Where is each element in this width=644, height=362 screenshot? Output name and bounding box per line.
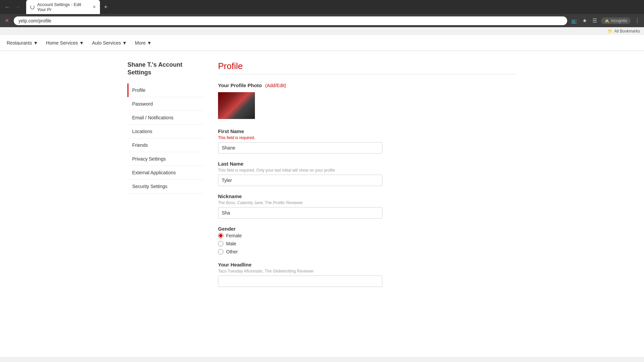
nav-home-services[interactable]: Home Services ▼	[46, 36, 84, 50]
all-bookmarks-link[interactable]: 📁 All Bookmarks	[608, 29, 640, 34]
profile-photo-add-edit-link[interactable]: (Add/Edit)	[265, 83, 286, 88]
sidebar-nav: Profile Password Email / Notifications L…	[127, 83, 205, 193]
sidebar-link-privacy-settings[interactable]: Privacy Settings	[127, 152, 205, 166]
headline-label: Your Headline	[218, 262, 517, 267]
gender-female-label: Female	[226, 233, 242, 238]
headline-group: Your Headline Taco Tuesday Aficionado, T…	[218, 262, 517, 287]
gender-male-radio[interactable]	[218, 241, 223, 246]
gender-label: Gender	[218, 226, 517, 232]
main-content: Profile Your Profile Photo (Add/Edit) Fi…	[218, 61, 517, 294]
last-name-label: Last Name	[218, 161, 517, 167]
menu-button[interactable]: ⋮	[633, 16, 641, 25]
nav-more-dropdown-icon: ▼	[147, 40, 152, 46]
first-name-input[interactable]	[218, 142, 382, 154]
gender-group: Gender Female Male Other	[218, 226, 517, 254]
first-name-group: First Name This field is required.	[218, 128, 517, 154]
site-navigation: Restaurants ▼ Home Services ▼ Auto Servi…	[0, 35, 644, 51]
bookmarks-bar: 📁 All Bookmarks	[0, 27, 644, 35]
page-content: Restaurants ▼ Home Services ▼ Auto Servi…	[0, 35, 644, 357]
bookmark-star-icon[interactable]: ★	[581, 16, 588, 25]
back-button[interactable]: ←	[3, 3, 12, 11]
first-name-hint: This field is required.	[218, 135, 517, 140]
main-layout: Shane T.'s Account Settings Profile Pass…	[121, 51, 523, 304]
tab-title: Account Settings - Edit Your Pr	[37, 2, 89, 12]
first-name-label: First Name	[218, 128, 517, 134]
reload-button[interactable]: ✕	[3, 16, 11, 25]
sidebar-item-locations[interactable]: Locations	[127, 125, 205, 138]
sidebar-title: Shane T.'s Account Settings	[127, 61, 205, 77]
nav-restaurants[interactable]: Restaurants ▼	[7, 36, 38, 50]
profile-photo-image	[218, 92, 255, 119]
gender-female-radio[interactable]	[218, 233, 223, 238]
sidebar-link-friends[interactable]: Friends	[127, 138, 205, 152]
gender-male-label: Male	[226, 241, 236, 246]
gender-other-option[interactable]: Other	[218, 249, 517, 254]
gender-male-option[interactable]: Male	[218, 241, 517, 246]
active-tab[interactable]: Account Settings - Edit Your Pr ✕	[26, 0, 100, 14]
sidebar-link-email-notifications[interactable]: Email / Notifications	[127, 111, 205, 124]
browser-chrome: ← → Account Settings - Edit Your Pr ✕ + …	[0, 0, 644, 35]
sidebar-link-profile[interactable]: Profile	[128, 83, 205, 97]
incognito-icon: 🕵	[604, 18, 609, 23]
sidebar-link-external-applications[interactable]: External Applications	[127, 166, 205, 179]
gender-radio-group: Female Male Other	[218, 233, 517, 254]
nickname-input[interactable]	[218, 207, 382, 219]
sidebar-item-email-notifications[interactable]: Email / Notifications	[127, 111, 205, 125]
incognito-badge[interactable]: 🕵 Incognito	[601, 17, 631, 24]
nickname-group: Nickname The Boss, Calamity Jane, The Pr…	[218, 193, 517, 219]
tab-bar: ← → Account Settings - Edit Your Pr ✕ +	[0, 0, 644, 14]
gender-other-radio[interactable]	[218, 249, 223, 254]
tab-favicon	[30, 5, 35, 9]
new-tab-button[interactable]: +	[101, 2, 110, 12]
all-bookmarks-label: All Bookmarks	[614, 29, 640, 34]
sidebar-item-friends[interactable]: Friends	[127, 138, 205, 152]
last-name-hint: This field is required. Only your last i…	[218, 168, 517, 173]
incognito-label: Incognito	[611, 18, 627, 23]
split-view-icon[interactable]: ☰	[591, 16, 598, 25]
tab-close-button[interactable]: ✕	[93, 5, 96, 9]
browser-toolbar: ✕ 📺 ★ ☰ 🕵 Incognito ⋮	[0, 14, 644, 27]
headline-hint: Taco Tuesday Aficionado, The Globetrotti…	[218, 269, 517, 274]
headline-input[interactable]	[218, 276, 382, 287]
gender-other-label: Other	[226, 249, 238, 254]
nickname-label: Nickname	[218, 193, 517, 199]
sidebar-link-password[interactable]: Password	[127, 97, 205, 111]
sidebar: Shane T.'s Account Settings Profile Pass…	[127, 61, 205, 294]
nav-auto-services-dropdown-icon: ▼	[122, 40, 127, 46]
nav-home-services-dropdown-icon: ▼	[79, 40, 84, 46]
sidebar-item-external-applications[interactable]: External Applications	[127, 166, 205, 180]
profile-photo-section: Your Profile Photo (Add/Edit)	[218, 82, 517, 119]
nav-restaurants-dropdown-icon: ▼	[33, 40, 38, 46]
gender-female-option[interactable]: Female	[218, 233, 517, 238]
address-bar[interactable]	[14, 16, 567, 25]
profile-section-title: Profile	[218, 61, 517, 74]
profile-photo-label: Your Profile Photo (Add/Edit)	[218, 82, 517, 88]
last-name-input[interactable]	[218, 175, 382, 186]
sidebar-item-privacy-settings[interactable]: Privacy Settings	[127, 152, 205, 166]
sidebar-link-locations[interactable]: Locations	[127, 125, 205, 138]
sidebar-item-profile[interactable]: Profile	[127, 83, 205, 97]
last-name-group: Last Name This field is required. Only y…	[218, 161, 517, 186]
forward-button[interactable]: →	[13, 3, 22, 11]
cast-icon[interactable]: 📺	[570, 17, 578, 25]
toolbar-icons: 📺 ★ ☰ 🕵 Incognito ⋮	[570, 16, 641, 25]
nav-more[interactable]: More ▼	[135, 36, 152, 50]
sidebar-item-password[interactable]: Password	[127, 97, 205, 111]
nickname-hint: The Boss, Calamity Jane, The Prolific Re…	[218, 200, 517, 205]
nav-auto-services[interactable]: Auto Services ▼	[92, 36, 127, 50]
sidebar-link-security-settings[interactable]: Security Settings	[127, 180, 205, 193]
bookmarks-folder-icon: 📁	[608, 29, 613, 34]
sidebar-item-security-settings[interactable]: Security Settings	[127, 180, 205, 193]
